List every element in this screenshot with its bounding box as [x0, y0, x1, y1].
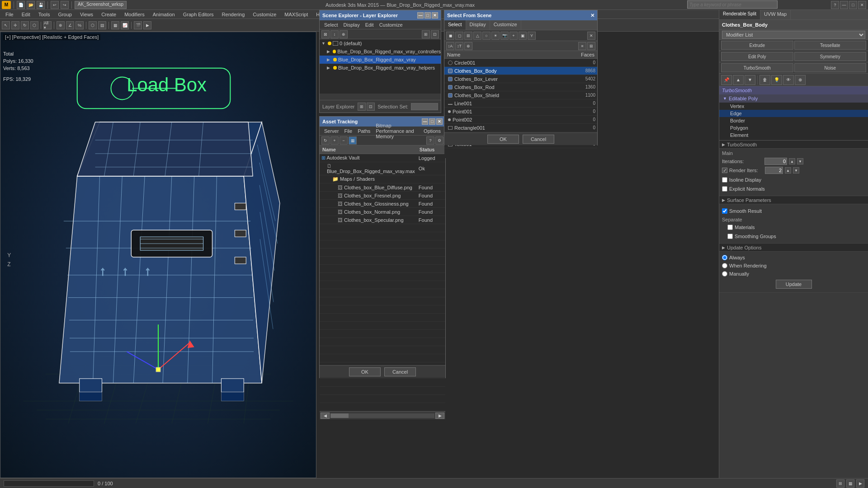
save-btn[interactable]: 💾: [37, 1, 45, 9]
mod-down-btn[interactable]: ▼: [745, 75, 755, 85]
sfs-geo-icon[interactable]: △: [473, 32, 481, 40]
sfs-helper-icon[interactable]: +: [509, 32, 518, 40]
se-filter-btn[interactable]: ⊠: [321, 30, 330, 38]
menu-customize[interactable]: Customize: [249, 11, 280, 18]
sfs-view-btn1[interactable]: ≡: [578, 42, 586, 50]
sfs-sort-name-btn[interactable]: ↕A: [446, 42, 454, 50]
filename-display[interactable]: AK_Screenshot_wrksp: [75, 1, 127, 9]
at-help-btn[interactable]: ?: [426, 136, 434, 145]
scene-item-point001[interactable]: Point001 0: [444, 108, 597, 116]
extrude-btn[interactable]: Extrude: [721, 41, 793, 50]
at-refresh-btn[interactable]: ↻: [321, 136, 330, 145]
move-tool[interactable]: ✛: [11, 21, 19, 29]
table-row[interactable]: 🗋 Blue_Drop_Box_Rigged_max_vray.max Ok: [320, 162, 445, 175]
time-slider-btn[interactable]: ▶: [856, 479, 864, 488]
redo-btn[interactable]: ↪: [61, 1, 69, 9]
scene-item-line001[interactable]: Line001 0: [444, 99, 597, 108]
scale-tool[interactable]: ⬡: [30, 21, 38, 29]
sfs-all-btn[interactable]: ◼: [446, 32, 454, 40]
symmetry-btn[interactable]: Symmetry: [794, 52, 867, 61]
scene-item-clothes-body[interactable]: Clothes_Box_Body 8868: [444, 67, 597, 75]
se-sort-btn[interactable]: ↕: [330, 30, 339, 38]
sfs-tab-select[interactable]: Select: [444, 20, 466, 30]
maximize-btn[interactable]: □: [849, 1, 857, 9]
search-input[interactable]: [687, 0, 778, 9]
scene-item-clothes-shield[interactable]: Clothes_Box_Shield 1100: [444, 91, 597, 99]
rotate-tool[interactable]: ↻: [21, 21, 29, 29]
sfs-expand-tree-btn[interactable]: ⊕: [464, 42, 472, 50]
open-btn[interactable]: 📂: [27, 1, 35, 9]
le-btn1[interactable]: ⊞: [358, 103, 366, 111]
sfs-cam-icon[interactable]: 📷: [500, 32, 509, 40]
sfs-tab-display[interactable]: Display: [466, 20, 490, 30]
turbosmooth-btn[interactable]: TurboSmooth: [721, 63, 793, 72]
sfs-shape-icon[interactable]: ○: [482, 32, 491, 40]
subitem-polygon[interactable]: Polygon: [719, 124, 868, 131]
se-close-btn[interactable]: ✕: [432, 12, 438, 19]
at-vault-btn[interactable]: ▦: [349, 136, 357, 145]
table-row[interactable]: 🖼 Clothes_box_Normal.png Found: [320, 208, 445, 216]
mod-up-btn[interactable]: ▲: [733, 75, 744, 85]
mod-delete-btn[interactable]: 🗑: [760, 75, 770, 85]
tab-uvw-map[interactable]: UVW Map: [760, 10, 791, 19]
at-options-menu[interactable]: Options: [421, 127, 443, 135]
close-btn[interactable]: ✕: [858, 1, 866, 9]
at-bitmap-menu[interactable]: Bitmap Performance and Memory: [373, 122, 421, 140]
menu-animation[interactable]: Animation: [149, 11, 179, 18]
turbosmooth-stack-item[interactable]: TurboSmooth: [719, 86, 868, 94]
table-row[interactable]: 🖼 Clothes_box_Blue_Diffuse.png Found: [320, 183, 445, 192]
tree-item-controllers[interactable]: ▶ Blue_Drop_Box_Rigged_max_vray_controll…: [320, 47, 441, 56]
turbosmooth-section-header[interactable]: ▶ TurboSmooth: [719, 141, 868, 149]
selection-set-input[interactable]: [411, 103, 438, 110]
sfs-view-btn2[interactable]: ⊞: [587, 42, 595, 50]
se-customize-menu[interactable]: Customize: [377, 21, 406, 28]
scroll-track[interactable]: [330, 413, 434, 418]
manually-radio[interactable]: [722, 271, 727, 277]
smoothing-groups-checkbox[interactable]: [727, 234, 733, 239]
new-btn[interactable]: 📄: [17, 1, 25, 9]
scene-item-point002[interactable]: Point002 0: [444, 116, 597, 124]
sfs-invert-btn[interactable]: ⊞: [464, 32, 472, 40]
iterations-input[interactable]: [764, 158, 787, 165]
scroll-left-btn[interactable]: ◀: [321, 413, 330, 419]
menu-views[interactable]: Views: [76, 11, 97, 18]
at-add-btn[interactable]: +: [330, 136, 339, 145]
mod-enable-btn[interactable]: 💡: [771, 75, 782, 85]
layer-mgr[interactable]: ▦: [111, 21, 119, 29]
sfs-ok-btn[interactable]: OK: [487, 135, 519, 144]
percent-snap[interactable]: %: [75, 21, 84, 29]
sfs-close-x-btn[interactable]: ✕: [587, 32, 595, 40]
menu-graph-editors[interactable]: Graph Editors: [179, 11, 217, 18]
at-settings-btn[interactable]: ⚙: [435, 136, 443, 145]
sfs-group-icon[interactable]: ▣: [519, 32, 527, 40]
scene-item-rect001[interactable]: Rectangle001 0: [444, 124, 597, 132]
table-row[interactable]: 🖼 Clothes_box_Specular.png Found: [320, 216, 445, 224]
se-icon1[interactable]: ⊞: [422, 30, 430, 38]
iterations-down-btn[interactable]: ▼: [797, 158, 803, 164]
edit-poly-btn[interactable]: Edit Poly: [721, 52, 793, 61]
render-iters-down-btn[interactable]: ▼: [793, 167, 799, 174]
smooth-result-checkbox[interactable]: [722, 208, 727, 214]
sfs-sort-type-btn[interactable]: ↕T: [455, 42, 463, 50]
tree-item-main[interactable]: ▶ Blue_Drop_Box_Rigged_max_vray: [320, 56, 441, 64]
render-setup[interactable]: 🎬: [134, 21, 142, 29]
at-restore-btn[interactable]: □: [429, 118, 435, 125]
sfs-close-btn[interactable]: ✕: [590, 13, 594, 19]
asset-scrollbar[interactable]: ◀ ▶: [320, 411, 445, 419]
materials-checkbox[interactable]: [727, 225, 733, 230]
always-radio[interactable]: [722, 255, 727, 260]
menu-tools[interactable]: Tools: [35, 11, 54, 18]
table-row[interactable]: 📁 Maps / Shaders: [320, 175, 445, 183]
surface-params-header[interactable]: ▶ Surface Parameters: [719, 196, 868, 204]
render-iters-input[interactable]: [765, 167, 783, 174]
sfs-tab-customize[interactable]: Customize: [490, 20, 521, 30]
sfs-cancel-btn[interactable]: Cancel: [523, 135, 554, 144]
help-btn[interactable]: ?: [831, 1, 839, 9]
when-rendering-radio[interactable]: [722, 263, 727, 268]
menu-modifiers[interactable]: Modifiers: [121, 11, 148, 18]
explicit-normals-checkbox[interactable]: [722, 186, 727, 192]
minimize-btn[interactable]: —: [840, 1, 848, 9]
se-display-menu[interactable]: Display: [341, 21, 363, 28]
se-select-menu[interactable]: Select: [321, 21, 341, 28]
mod-viewport-btn[interactable]: 👁: [783, 75, 794, 85]
